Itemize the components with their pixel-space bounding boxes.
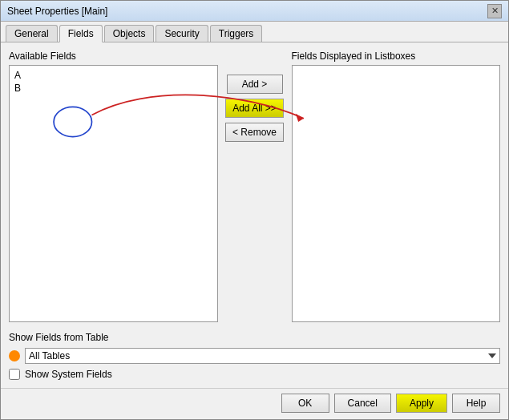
- close-icon: ✕: [491, 6, 499, 16]
- available-fields-panel: Available Fields A B: [9, 50, 218, 322]
- footer-buttons: OK Cancel Apply Help: [1, 388, 508, 419]
- fields-displayed-panel: Fields Displayed in Listboxes: [292, 50, 501, 322]
- tab-general[interactable]: General: [6, 25, 58, 42]
- show-system-fields-label: Show System Fields: [25, 369, 112, 380]
- available-fields-listbox[interactable]: A B: [9, 65, 218, 322]
- table-dropdown[interactable]: All Tables: [25, 348, 500, 364]
- available-fields-label: Available Fields: [9, 50, 218, 62]
- title-bar: Sheet Properties [Main] ✕: [1, 1, 508, 22]
- content-area: Available Fields A B Add > Add All >> < …: [1, 42, 508, 388]
- fields-displayed-label: Fields Displayed in Listboxes: [292, 50, 501, 62]
- tabs-bar: General Fields Objects Security Triggers: [1, 22, 508, 42]
- transfer-buttons-area: Add > Add All >> < Remove: [223, 50, 287, 322]
- tab-triggers[interactable]: Triggers: [210, 25, 263, 42]
- list-item[interactable]: B: [13, 82, 214, 95]
- tab-security[interactable]: Security: [156, 25, 208, 42]
- fields-displayed-listbox[interactable]: [292, 65, 501, 322]
- fields-area: Available Fields A B Add > Add All >> < …: [9, 50, 500, 322]
- help-button[interactable]: Help: [452, 394, 500, 413]
- window-title: Sheet Properties [Main]: [7, 6, 107, 17]
- apply-button[interactable]: Apply: [396, 394, 447, 413]
- list-item[interactable]: A: [13, 69, 214, 82]
- ok-button[interactable]: OK: [281, 394, 329, 413]
- tab-objects[interactable]: Objects: [104, 25, 155, 42]
- checkbox-row: Show System Fields: [9, 369, 500, 380]
- dropdown-row: All Tables: [9, 348, 500, 364]
- orange-dot-icon: [9, 350, 20, 361]
- cancel-button[interactable]: Cancel: [334, 394, 391, 413]
- tab-fields[interactable]: Fields: [59, 25, 103, 42]
- remove-button[interactable]: < Remove: [225, 123, 284, 142]
- add-all-button[interactable]: Add All >>: [225, 99, 284, 118]
- show-system-fields-checkbox[interactable]: [9, 369, 20, 380]
- show-fields-label: Show Fields from Table: [9, 332, 500, 343]
- add-button[interactable]: Add >: [227, 75, 283, 94]
- sheet-properties-window: Sheet Properties [Main] ✕ General Fields…: [0, 0, 509, 420]
- close-button[interactable]: ✕: [487, 4, 502, 18]
- bottom-section: Show Fields from Table All Tables Show S…: [9, 332, 500, 380]
